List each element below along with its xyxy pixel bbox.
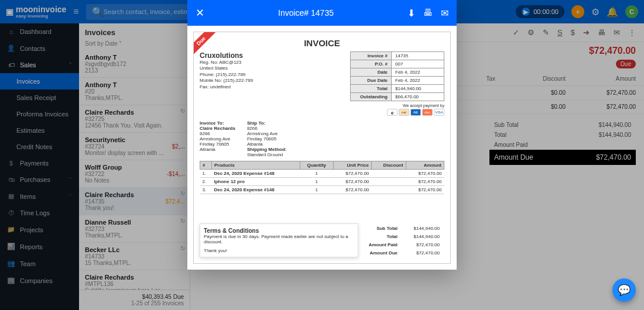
meta-value: Feb 4, 2022 [392,68,444,77]
modal-body[interactable]: Due INVOICE Cruxolutions Reg. No: ABC@12… [187,26,457,270]
ship-to-heading: Ship To: [247,120,287,126]
close-icon[interactable]: ✕ [196,6,204,19]
meta-key: P.O. # [351,60,392,68]
discover-icon: dsc [422,109,433,116]
meta-value: $144,940.00 [392,85,444,93]
terms-text: Payment is due in 30 days. Payment made … [204,234,354,244]
summary-key: Total [365,233,401,240]
line-items-table: # Products Quantity Unit Price Discount … [200,161,444,194]
bill-to-block: Invoice To: Claire Rechards 8266 Armstro… [200,120,235,157]
payment-label: We accept payment by [350,104,444,108]
ship-method-heading: Shipping Method: [247,147,287,152]
meta-key: Date [351,68,392,77]
company-phone: Phone: (215)-222-789 [200,72,345,78]
company-name: Cruxolutions [200,51,345,60]
visa-icon: VISA [434,109,444,116]
company-fax: Fax: undefined [200,84,345,90]
summary-value: $72,470.00 [402,241,443,248]
meta-key: Total [351,85,392,93]
company-mobile: Mobile No: (215)-222-789 [200,78,345,84]
meta-key: Outstanding [351,93,392,101]
payment-cards: ◐ mc AE dsc VISA [350,109,444,116]
meta-value: 14735 [392,52,444,60]
thank-you: Thank you! [204,248,354,253]
line-item-row: 3.Dec 24, 2020 Expense #1481$72,470.00$7… [200,186,444,194]
modal-overlay: ✕ Invoice# 14735 ⬇ 🖶 ✉ Due INVOICE Cruxo… [0,0,644,310]
line-item-row: 1.Dec 24, 2020 Expense #1481$72,470.00$7… [200,170,444,178]
terms-heading: Terms & Conditions [204,228,259,234]
line-item-row: 2.Iphone 12 pro1$72,470.00$72,470.00 [200,178,444,186]
modal-header: ✕ Invoice# 14735 ⬇ 🖶 ✉ [187,0,457,26]
company-block: Cruxolutions Reg. No: ABC@123 United Sta… [200,51,345,116]
ship-to-block: Ship To: 8266 Armstrong Ave Findlay 7060… [247,120,287,157]
meta-key: Invoice # [351,52,392,60]
company-reg: Reg. No: ABC@123 [200,60,345,66]
summary-value: $72,470.00 [402,249,443,256]
summary-key: Sub Total [365,225,401,232]
invoice-document: Due INVOICE Cruxolutions Reg. No: ABC@12… [193,32,451,264]
summary-table: Sub Total$144,940.00Total$144,940.00Amou… [364,223,444,257]
chat-button[interactable]: 💬 [612,278,636,302]
bill-to-name: Claire Rechards [200,126,235,131]
doc-title: INVOICE [200,38,444,48]
invoice-modal: ✕ Invoice# 14735 ⬇ 🖶 ✉ Due INVOICE Cruxo… [187,0,457,270]
meta-value: 007 [392,60,444,68]
ship-method: Standard Ground [247,152,287,157]
amex-icon: AE [410,109,421,116]
company-country: United States [200,66,345,71]
print-icon[interactable]: 🖶 [423,8,433,19]
terms-box: Terms & Conditions Payment is due in 30 … [200,223,358,257]
summary-value: $144,940.00 [402,233,443,240]
download-icon[interactable]: ⬇ [407,8,415,19]
invoice-meta-table: Invoice #14735P.O. #007DateFeb 4, 2022Du… [350,51,444,101]
meta-value: $66,470.00 [392,93,444,101]
summary-key: Amount Due [365,249,401,256]
mail-icon[interactable]: ✉ [441,8,448,19]
meta-key: Due Date [351,77,392,85]
summary-value: $144,940.00 [402,225,443,232]
meta-value: Feb 4, 2022 [392,77,444,85]
summary-key: Amount Paid [365,241,401,248]
maestro-icon: ◐ [387,109,398,116]
bill-to-heading: Invoice To: [200,120,235,126]
modal-title: Invoice# 14735 [204,8,407,18]
mastercard-icon: mc [399,109,409,116]
